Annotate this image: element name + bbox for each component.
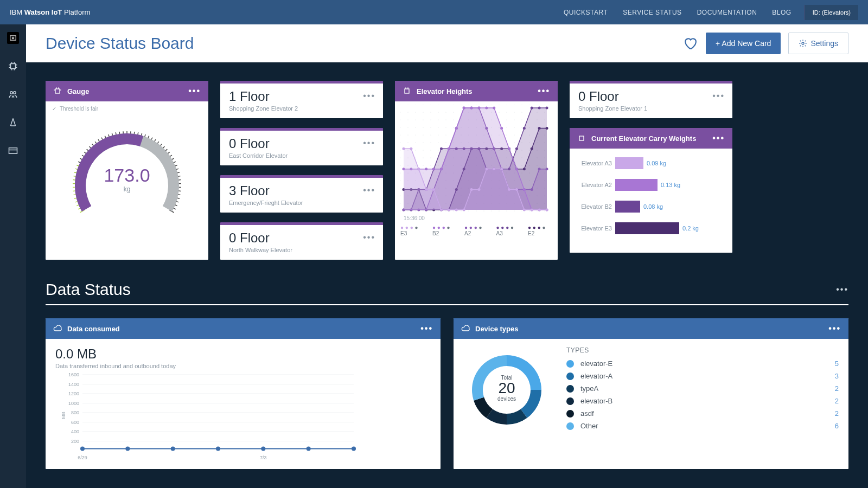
svg-point-82 — [400, 195, 401, 196]
svg-point-204 — [461, 210, 461, 211]
favorite-icon[interactable] — [683, 36, 697, 50]
card-menu-icon[interactable]: ••• — [420, 324, 433, 333]
rail-chip-icon[interactable] — [7, 60, 19, 72]
svg-point-300 — [514, 142, 514, 143]
svg-point-178 — [453, 127, 454, 127]
add-card-button[interactable]: + Add New Card — [706, 33, 781, 54]
svg-point-115 — [423, 105, 423, 105]
svg-point-129 — [423, 210, 423, 211]
chart-timestamp: 15:36:00 — [404, 215, 552, 221]
svg-point-131 — [430, 112, 431, 112]
svg-point-102 — [415, 119, 416, 120]
svg-point-451 — [410, 147, 412, 150]
svg-point-101 — [415, 112, 416, 112]
svg-point-354 — [537, 210, 537, 211]
svg-point-468 — [538, 209, 541, 211]
card-menu-icon[interactable]: ••• — [363, 185, 375, 195]
svg-point-117 — [423, 119, 423, 120]
svg-rect-5 — [9, 148, 17, 154]
svg-point-165 — [445, 142, 446, 143]
svg-point-79 — [400, 172, 401, 173]
svg-point-121 — [423, 150, 423, 150]
brand: IBM Watson IoT Platform — [10, 8, 90, 16]
svg-point-297 — [514, 119, 514, 120]
elevator-heights-card: Elevator Heights••• 15:36:00 ● E3● B2● A… — [395, 81, 558, 260]
svg-point-429 — [546, 168, 548, 170]
svg-point-436 — [448, 147, 450, 150]
card-menu-icon[interactable]: ••• — [712, 91, 725, 101]
svg-point-138 — [430, 165, 431, 165]
svg-point-452 — [417, 168, 420, 170]
svg-point-219 — [468, 210, 469, 211]
svg-point-161 — [445, 112, 446, 112]
svg-point-395 — [440, 147, 443, 150]
card-menu-icon[interactable]: ••• — [363, 138, 375, 148]
svg-point-294 — [506, 210, 507, 211]
svg-point-133 — [430, 127, 431, 127]
svg-point-103 — [415, 127, 416, 127]
svg-point-177 — [453, 119, 454, 120]
svg-point-191 — [461, 112, 461, 112]
rail-compass-icon[interactable] — [7, 117, 19, 129]
types-heading: TYPES — [566, 346, 839, 354]
svg-point-87 — [407, 119, 408, 120]
svg-point-71 — [400, 112, 401, 112]
svg-point-190 — [461, 105, 461, 105]
svg-point-462 — [493, 168, 495, 170]
svg-point-313 — [521, 127, 522, 127]
svg-point-174 — [445, 210, 446, 211]
card-menu-icon[interactable]: ••• — [363, 91, 375, 101]
svg-point-234 — [476, 210, 476, 211]
svg-point-407 — [531, 107, 533, 110]
rail-dashboard-icon[interactable] — [7, 32, 19, 44]
svg-point-490 — [171, 447, 175, 451]
nav-blog[interactable]: BLOG — [772, 9, 791, 16]
page-header: Device Status Board + Add New Card Setti… — [26, 24, 868, 62]
svg-point-492 — [261, 447, 265, 451]
nav-quickstart[interactable]: QUICKSTART — [564, 9, 608, 16]
svg-point-311 — [521, 112, 522, 112]
svg-point-144 — [430, 210, 431, 211]
rail-card-icon[interactable] — [7, 145, 19, 157]
svg-point-89 — [407, 134, 408, 135]
svg-point-312 — [521, 119, 522, 120]
settings-button[interactable]: Settings — [788, 33, 848, 54]
svg-point-134 — [430, 134, 431, 135]
svg-point-466 — [523, 209, 526, 211]
svg-point-132 — [430, 119, 431, 120]
nav-documentation[interactable]: DOCUMENTATION — [697, 9, 757, 16]
svg-point-282 — [506, 119, 507, 120]
svg-point-146 — [438, 112, 438, 112]
section-menu-icon[interactable]: ••• — [836, 285, 848, 294]
svg-text:7/3: 7/3 — [260, 455, 267, 460]
svg-rect-7 — [55, 89, 60, 93]
svg-point-457 — [455, 209, 458, 211]
nav-service-status[interactable]: SERVICE STATUS — [623, 9, 681, 16]
svg-point-459 — [470, 188, 473, 191]
card-menu-icon[interactable]: ••• — [188, 86, 201, 96]
svg-point-74 — [400, 134, 401, 135]
svg-point-137 — [430, 157, 431, 158]
svg-point-81 — [400, 188, 401, 188]
svg-point-119 — [423, 134, 423, 135]
svg-point-220 — [476, 105, 476, 105]
card-menu-icon[interactable]: ••• — [363, 233, 375, 242]
org-id[interactable]: ID: (Elevators) — [805, 5, 858, 20]
rail-members-icon[interactable] — [7, 88, 19, 100]
svg-text:1400: 1400 — [68, 382, 79, 387]
svg-point-86 — [407, 112, 408, 112]
svg-point-265 — [499, 105, 499, 105]
svg-text:800: 800 — [71, 410, 79, 415]
card-menu-icon[interactable]: ••• — [538, 86, 550, 96]
svg-text:600: 600 — [71, 420, 79, 425]
svg-point-147 — [438, 119, 438, 120]
card-menu-icon[interactable]: ••• — [828, 324, 841, 333]
svg-point-458 — [463, 209, 465, 211]
svg-point-444 — [508, 147, 510, 150]
svg-point-445 — [515, 168, 518, 170]
svg-point-406 — [523, 127, 526, 130]
card-menu-icon[interactable]: ••• — [712, 133, 725, 143]
svg-point-488 — [80, 447, 85, 451]
svg-point-160 — [445, 105, 446, 105]
svg-point-489 — [125, 447, 130, 451]
